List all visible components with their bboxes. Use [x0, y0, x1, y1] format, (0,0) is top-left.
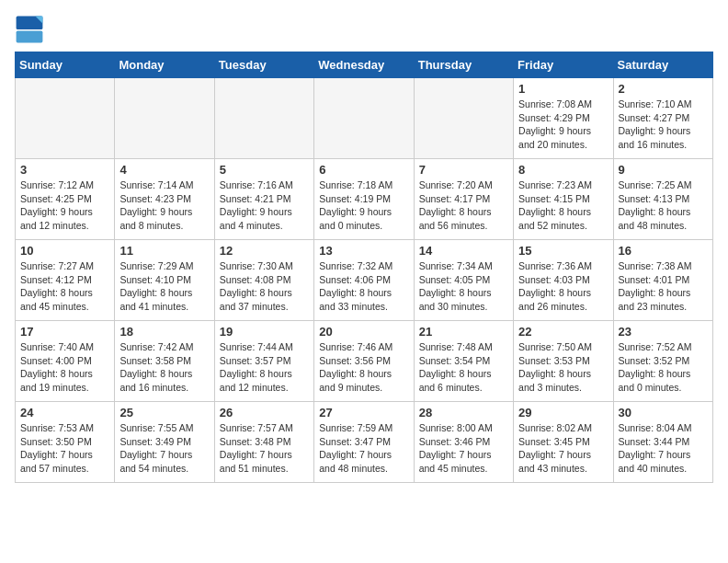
- cell-content: Sunrise: 7:36 AM Sunset: 4:03 PM Dayligh…: [518, 259, 608, 314]
- cell-content: Sunrise: 7:57 AM Sunset: 3:48 PM Dayligh…: [220, 421, 309, 476]
- cell-content: Sunrise: 7:50 AM Sunset: 3:53 PM Dayligh…: [518, 340, 608, 395]
- cell-content: Sunrise: 7:34 AM Sunset: 4:05 PM Dayligh…: [419, 259, 508, 314]
- cell-content: Sunrise: 7:25 AM Sunset: 4:13 PM Dayligh…: [619, 178, 708, 233]
- cell-content: Sunrise: 7:55 AM Sunset: 3:49 PM Dayligh…: [119, 421, 209, 476]
- day-number: 4: [119, 163, 209, 177]
- calendar-cell: 20Sunrise: 7:46 AM Sunset: 3:56 PM Dayli…: [314, 321, 414, 402]
- day-number: 12: [220, 244, 309, 258]
- calendar-cell: 4Sunrise: 7:14 AM Sunset: 4:23 PM Daylig…: [115, 159, 214, 240]
- cell-content: Sunrise: 7:16 AM Sunset: 4:21 PM Dayligh…: [220, 178, 309, 233]
- day-number: 1: [518, 82, 608, 96]
- calendar-cell: 25Sunrise: 7:55 AM Sunset: 3:49 PM Dayli…: [115, 402, 214, 483]
- day-number: 19: [220, 325, 309, 339]
- calendar-cell: 26Sunrise: 7:57 AM Sunset: 3:48 PM Dayli…: [214, 402, 313, 483]
- cell-content: Sunrise: 7:46 AM Sunset: 3:56 PM Dayligh…: [319, 340, 408, 395]
- day-number: 9: [619, 163, 708, 177]
- calendar-cell: 5Sunrise: 7:16 AM Sunset: 4:21 PM Daylig…: [214, 159, 313, 240]
- calendar-cell: 18Sunrise: 7:42 AM Sunset: 3:58 PM Dayli…: [115, 321, 214, 402]
- day-number: 29: [518, 406, 608, 419]
- day-number: 24: [20, 406, 109, 419]
- calendar-cell: 11Sunrise: 7:29 AM Sunset: 4:10 PM Dayli…: [115, 240, 214, 321]
- calendar-table: SundayMondayTuesdayWednesdayThursdayFrid…: [15, 52, 713, 483]
- calendar-cell: 10Sunrise: 7:27 AM Sunset: 4:12 PM Dayli…: [16, 240, 115, 321]
- day-number: 11: [119, 244, 209, 258]
- day-number: 17: [20, 325, 109, 339]
- cell-content: Sunrise: 7:18 AM Sunset: 4:19 PM Dayligh…: [319, 178, 408, 233]
- logo-icon: [15, 15, 44, 44]
- day-number: 22: [518, 325, 608, 339]
- cell-content: Sunrise: 7:23 AM Sunset: 4:15 PM Dayligh…: [518, 178, 608, 233]
- cell-content: Sunrise: 7:52 AM Sunset: 3:52 PM Dayligh…: [619, 340, 708, 395]
- day-number: 5: [220, 163, 309, 177]
- cell-content: Sunrise: 7:29 AM Sunset: 4:10 PM Dayligh…: [119, 259, 209, 314]
- day-number: 16: [619, 244, 708, 258]
- cell-content: Sunrise: 7:30 AM Sunset: 4:08 PM Dayligh…: [220, 259, 309, 314]
- day-number: 6: [319, 163, 408, 177]
- calendar-cell: 8Sunrise: 7:23 AM Sunset: 4:15 PM Daylig…: [514, 159, 613, 240]
- page-header: [15, 15, 713, 44]
- calendar-cell: 6Sunrise: 7:18 AM Sunset: 4:19 PM Daylig…: [314, 159, 414, 240]
- day-number: 21: [419, 325, 508, 339]
- cell-content: Sunrise: 7:44 AM Sunset: 3:57 PM Dayligh…: [220, 340, 309, 395]
- calendar-row: 1Sunrise: 7:08 AM Sunset: 4:29 PM Daylig…: [16, 78, 713, 159]
- day-number: 15: [518, 244, 608, 258]
- calendar-cell: 22Sunrise: 7:50 AM Sunset: 3:53 PM Dayli…: [514, 321, 613, 402]
- cell-content: Sunrise: 7:59 AM Sunset: 3:47 PM Dayligh…: [319, 421, 408, 476]
- cell-content: Sunrise: 7:53 AM Sunset: 3:50 PM Dayligh…: [20, 421, 109, 476]
- calendar-cell: 17Sunrise: 7:40 AM Sunset: 4:00 PM Dayli…: [16, 321, 115, 402]
- calendar-cell: 29Sunrise: 8:02 AM Sunset: 3:45 PM Dayli…: [514, 402, 613, 483]
- calendar-cell: 19Sunrise: 7:44 AM Sunset: 3:57 PM Dayli…: [214, 321, 313, 402]
- calendar-row: 3Sunrise: 7:12 AM Sunset: 4:25 PM Daylig…: [16, 159, 713, 240]
- cell-content: Sunrise: 7:27 AM Sunset: 4:12 PM Dayligh…: [20, 259, 109, 314]
- calendar-cell: 13Sunrise: 7:32 AM Sunset: 4:06 PM Dayli…: [314, 240, 414, 321]
- calendar-cell: [314, 78, 414, 159]
- calendar-cell: 28Sunrise: 8:00 AM Sunset: 3:46 PM Dayli…: [414, 402, 513, 483]
- calendar-cell: 27Sunrise: 7:59 AM Sunset: 3:47 PM Dayli…: [314, 402, 414, 483]
- cell-content: Sunrise: 7:08 AM Sunset: 4:29 PM Dayligh…: [518, 98, 608, 152]
- day-header-monday: Monday: [115, 52, 214, 78]
- day-number: 7: [419, 163, 508, 177]
- calendar-row: 10Sunrise: 7:27 AM Sunset: 4:12 PM Dayli…: [16, 240, 713, 321]
- calendar-cell: 30Sunrise: 8:04 AM Sunset: 3:44 PM Dayli…: [613, 402, 712, 483]
- calendar-cell: [414, 78, 513, 159]
- calendar-cell: 12Sunrise: 7:30 AM Sunset: 4:08 PM Dayli…: [214, 240, 313, 321]
- cell-content: Sunrise: 7:38 AM Sunset: 4:01 PM Dayligh…: [619, 259, 708, 314]
- day-header-thursday: Thursday: [414, 52, 513, 78]
- day-number: 27: [319, 406, 408, 419]
- day-number: 3: [20, 163, 109, 177]
- cell-content: Sunrise: 8:04 AM Sunset: 3:44 PM Dayligh…: [619, 421, 708, 476]
- calendar-cell: [115, 78, 214, 159]
- day-header-friday: Friday: [514, 52, 613, 78]
- calendar-cell: 3Sunrise: 7:12 AM Sunset: 4:25 PM Daylig…: [16, 159, 115, 240]
- calendar-cell: 21Sunrise: 7:48 AM Sunset: 3:54 PM Dayli…: [414, 321, 513, 402]
- day-number: 2: [619, 82, 708, 96]
- day-number: 8: [518, 163, 608, 177]
- calendar-cell: 16Sunrise: 7:38 AM Sunset: 4:01 PM Dayli…: [613, 240, 712, 321]
- day-number: 20: [319, 325, 408, 339]
- day-header-saturday: Saturday: [613, 52, 712, 78]
- day-header-wednesday: Wednesday: [314, 52, 414, 78]
- calendar-header-row: SundayMondayTuesdayWednesdayThursdayFrid…: [16, 52, 713, 78]
- calendar-row: 24Sunrise: 7:53 AM Sunset: 3:50 PM Dayli…: [16, 402, 713, 483]
- calendar-cell: 23Sunrise: 7:52 AM Sunset: 3:52 PM Dayli…: [613, 321, 712, 402]
- calendar-cell: 9Sunrise: 7:25 AM Sunset: 4:13 PM Daylig…: [613, 159, 712, 240]
- day-number: 25: [119, 406, 209, 419]
- cell-content: Sunrise: 7:42 AM Sunset: 3:58 PM Dayligh…: [119, 340, 209, 395]
- calendar-row: 17Sunrise: 7:40 AM Sunset: 4:00 PM Dayli…: [16, 321, 713, 402]
- calendar-cell: 7Sunrise: 7:20 AM Sunset: 4:17 PM Daylig…: [414, 159, 513, 240]
- calendar-cell: 15Sunrise: 7:36 AM Sunset: 4:03 PM Dayli…: [514, 240, 613, 321]
- day-number: 18: [119, 325, 209, 339]
- cell-content: Sunrise: 7:14 AM Sunset: 4:23 PM Dayligh…: [119, 178, 209, 233]
- calendar-cell: 2Sunrise: 7:10 AM Sunset: 4:27 PM Daylig…: [613, 78, 712, 159]
- day-number: 23: [619, 325, 708, 339]
- svg-rect-1: [17, 31, 43, 43]
- day-number: 28: [419, 406, 508, 419]
- cell-content: Sunrise: 7:10 AM Sunset: 4:27 PM Dayligh…: [619, 98, 708, 152]
- calendar-cell: [214, 78, 313, 159]
- calendar-cell: 24Sunrise: 7:53 AM Sunset: 3:50 PM Dayli…: [16, 402, 115, 483]
- cell-content: Sunrise: 8:00 AM Sunset: 3:46 PM Dayligh…: [419, 421, 508, 476]
- logo: [15, 15, 48, 44]
- calendar-cell: [16, 78, 115, 159]
- cell-content: Sunrise: 8:02 AM Sunset: 3:45 PM Dayligh…: [518, 421, 608, 476]
- day-number: 14: [419, 244, 508, 258]
